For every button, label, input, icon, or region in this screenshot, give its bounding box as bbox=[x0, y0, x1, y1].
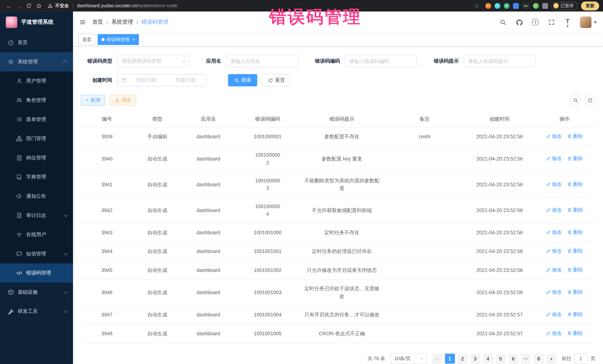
page-button-1[interactable]: 1 bbox=[445, 354, 455, 364]
delete-link[interactable]: 删除 bbox=[567, 247, 583, 255]
error-type-select[interactable]: 请选择错误码类型 ▾ bbox=[117, 55, 189, 67]
column-header-actions: 操作 bbox=[534, 111, 595, 127]
prev-page-button[interactable]: ‹ bbox=[432, 354, 442, 364]
font-size-icon[interactable]: TT bbox=[564, 18, 571, 26]
security-indicator[interactable]: 不安全 bbox=[48, 2, 69, 9]
back-icon[interactable]: ← bbox=[4, 1, 14, 10]
reload-icon[interactable] bbox=[24, 1, 34, 10]
delete-link[interactable]: 删除 bbox=[567, 311, 583, 318]
export-button[interactable]: 导出 bbox=[110, 95, 136, 106]
sidebar-item-error-code[interactable]: 错误码管理 bbox=[0, 263, 73, 283]
goto-page-input[interactable] bbox=[574, 354, 588, 364]
sidebar-item-dev-tools[interactable]: 研发工具 bbox=[0, 302, 73, 321]
error-hint-input[interactable] bbox=[468, 58, 531, 64]
sidebar-item-posts[interactable]: 岗位管理 bbox=[0, 148, 73, 167]
github-icon[interactable] bbox=[515, 18, 523, 26]
hamburger-icon[interactable] bbox=[73, 11, 93, 33]
sidebar-item-online-users[interactable]: 在线用户 bbox=[0, 225, 73, 244]
sidebar-item-infra[interactable]: 基础设施 bbox=[0, 283, 73, 302]
edit-link[interactable]: 修改 bbox=[546, 266, 562, 274]
delete-link[interactable]: 删除 bbox=[567, 229, 583, 236]
cell-msg: 不能删除类型为系统内置的参数配置 bbox=[300, 172, 384, 198]
delete-link[interactable]: 删除 bbox=[567, 155, 583, 162]
breadcrumb-home[interactable]: 首页 bbox=[92, 19, 103, 26]
update-button[interactable]: 更新 bbox=[581, 1, 599, 10]
page-button-4[interactable]: 4 bbox=[483, 354, 493, 364]
cell-app: dashboard bbox=[181, 280, 235, 305]
tab-home[interactable]: 首页 bbox=[79, 34, 95, 45]
bookmark-star-icon[interactable]: ☆ bbox=[472, 2, 482, 10]
error-code-input[interactable] bbox=[349, 58, 413, 64]
search-button-label: 搜索 bbox=[241, 77, 251, 84]
delete-link[interactable]: 删除 bbox=[567, 288, 583, 296]
extension-icon-green[interactable] bbox=[533, 3, 539, 9]
search-icon[interactable] bbox=[499, 18, 507, 26]
refresh-icon[interactable] bbox=[585, 95, 595, 106]
column-header-remark: 备注 bbox=[384, 111, 465, 127]
sidebar-item-users[interactable]: 用户管理 bbox=[0, 71, 73, 91]
cell-code: 1001001000 bbox=[235, 223, 300, 242]
home-icon[interactable] bbox=[34, 1, 44, 10]
date-range-picker[interactable]: 开始日期 - 结束日期 bbox=[117, 74, 207, 86]
page-button-8[interactable]: 8 bbox=[533, 354, 544, 364]
cell-app: dashboard bbox=[181, 305, 235, 324]
cell-remark bbox=[384, 198, 465, 223]
page-button-2[interactable]: 2 bbox=[457, 354, 467, 364]
logo-row[interactable]: 芋道管理系统 bbox=[0, 11, 73, 33]
extension-icon-teal[interactable] bbox=[494, 3, 500, 9]
delete-link[interactable]: 删除 bbox=[567, 266, 583, 274]
page-button-5[interactable]: 5 bbox=[496, 354, 506, 364]
delete-link[interactable]: 删除 bbox=[567, 180, 583, 188]
table-row: 3945 自动生成 dashboard 1001001002 只允许修改为开启或… bbox=[81, 261, 595, 280]
edit-link[interactable]: 修改 bbox=[546, 311, 562, 318]
breadcrumb-system[interactable]: 系统管理 bbox=[112, 19, 133, 26]
search-button[interactable]: 搜索 bbox=[228, 74, 257, 86]
cell-type: 自动生成 bbox=[133, 198, 181, 223]
user-menu[interactable] bbox=[580, 16, 597, 28]
page-button-6[interactable]: 6 bbox=[508, 354, 518, 364]
edit-link[interactable]: 修改 bbox=[546, 206, 562, 214]
address-bar[interactable]: dashboard.yudao.iocoder.cn/system/error-… bbox=[77, 3, 178, 9]
page-button-3[interactable]: 3 bbox=[470, 354, 480, 364]
next-page-button[interactable]: › bbox=[546, 354, 556, 364]
sidebar-item-sms[interactable]: 短信管理 bbox=[0, 244, 73, 264]
cell-type: 手动编辑 bbox=[133, 127, 181, 146]
app-name-input[interactable] bbox=[231, 58, 294, 64]
sidebar-item-dict[interactable]: 字典管理 bbox=[0, 167, 73, 187]
sidebar-item-system[interactable]: 系统管理 bbox=[0, 52, 73, 72]
fullscreen-icon[interactable] bbox=[548, 18, 555, 26]
extension-on-badge[interactable]: on bbox=[522, 3, 529, 9]
sidebar-item-menus[interactable]: 菜单管理 bbox=[0, 110, 73, 129]
page-size-select[interactable]: 10条/页 ▾ bbox=[391, 353, 427, 364]
sidebar-item-roles[interactable]: 角色管理 bbox=[0, 91, 73, 110]
edit-link[interactable]: 修改 bbox=[546, 180, 562, 188]
close-icon[interactable]: × bbox=[132, 37, 135, 42]
tab-error-code[interactable]: 错误码管理 × bbox=[98, 34, 139, 45]
edit-link[interactable]: 修改 bbox=[546, 247, 562, 255]
reset-button[interactable]: 重置 bbox=[262, 74, 291, 86]
edit-link[interactable]: 修改 bbox=[546, 330, 562, 337]
extension-icon-orange[interactable] bbox=[485, 3, 491, 9]
extensions-puzzle-icon[interactable] bbox=[542, 3, 548, 9]
edit-link[interactable]: 修改 bbox=[546, 288, 562, 296]
profile-paused-badge[interactable]: 已暂停 bbox=[551, 2, 578, 10]
edit-link[interactable]: 修改 bbox=[546, 132, 562, 140]
sidebar-item-notices[interactable]: 通知公告 bbox=[0, 187, 73, 206]
sidebar-item-audit-log[interactable]: 审计日志 bbox=[0, 206, 73, 225]
table-row: 3946 自动生成 dashboard 1001001003 定时任务已经处于该… bbox=[81, 280, 595, 305]
delete-link[interactable]: 删除 bbox=[567, 206, 583, 214]
delete-link[interactable]: 删除 bbox=[567, 330, 583, 337]
delete-link[interactable]: 删除 bbox=[567, 132, 583, 140]
vue-devtools-icon[interactable]: V bbox=[504, 3, 509, 9]
toggle-search-icon[interactable] bbox=[570, 95, 581, 106]
add-button[interactable]: + 新增 bbox=[81, 95, 105, 106]
help-icon[interactable]: ? bbox=[531, 18, 539, 26]
page-ellipsis-button[interactable]: ··· bbox=[521, 354, 531, 364]
cell-code: 1001001005 bbox=[235, 324, 300, 343]
edit-link[interactable]: 修改 bbox=[546, 155, 562, 162]
edit-link[interactable]: 修改 bbox=[546, 229, 562, 236]
sidebar-item-departments[interactable]: 部门管理 bbox=[0, 129, 73, 148]
sidebar-item-home[interactable]: 首页 bbox=[0, 33, 73, 52]
forward-icon[interactable]: → bbox=[14, 1, 24, 10]
extension-icon-blue[interactable] bbox=[513, 3, 519, 9]
